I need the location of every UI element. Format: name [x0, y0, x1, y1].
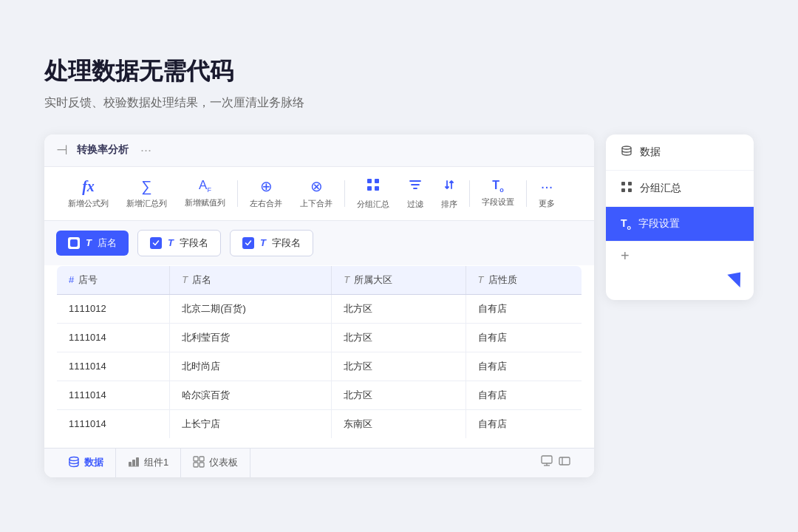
- bottom-tab-data[interactable]: 数据: [56, 449, 116, 477]
- right-panel-data[interactable]: 数据: [606, 134, 754, 171]
- svg-rect-21: [621, 188, 625, 192]
- th-store-type: T店性质: [466, 265, 582, 294]
- col-header-1[interactable]: T 店名: [56, 231, 129, 256]
- sum-label: 新增汇总列: [126, 198, 167, 209]
- right-panel-data-label: 数据: [640, 146, 661, 159]
- svg-rect-12: [200, 463, 204, 467]
- merge-tb-label: 上下合并: [300, 198, 332, 209]
- svg-point-4: [69, 457, 78, 460]
- cell-store-name: 上长宁店: [170, 409, 332, 438]
- cell-store-name: 哈尔滨百货: [170, 381, 332, 409]
- svg-rect-5: [129, 462, 132, 466]
- cursor-area: [606, 270, 754, 288]
- cell-region: 北方区: [332, 323, 466, 352]
- bottom-tab-widget1[interactable]: 组件1: [116, 449, 181, 477]
- right-panel-field-icon: To: [621, 217, 631, 231]
- svg-rect-13: [542, 456, 552, 463]
- svg-rect-2: [367, 186, 372, 191]
- formula-label: 新增公式列: [68, 198, 109, 209]
- col-header-checkbox-3[interactable]: [242, 237, 254, 249]
- merge-tb-icon: ⊗: [310, 177, 323, 195]
- svg-rect-6: [132, 460, 135, 466]
- sum-icon: ∑: [141, 178, 151, 195]
- right-panel-data-icon: [621, 145, 632, 160]
- table-body: 1111012 北京二期(百货) 北方区 自有店 1111014 北利莹百货 北…: [57, 294, 582, 438]
- extra-icon-1[interactable]: [541, 455, 553, 470]
- bottom-tab-dashboard[interactable]: 仪表板: [181, 449, 250, 477]
- toolbar-group[interactable]: 分组汇总: [348, 174, 398, 213]
- toolbar-filter[interactable]: 过滤: [398, 174, 432, 213]
- merge-lr-icon: ⊕: [260, 177, 273, 195]
- extra-icon-2[interactable]: [559, 455, 570, 470]
- cell-store-name: 北京二期(百货): [170, 294, 332, 323]
- svg-rect-7: [136, 457, 139, 466]
- dashboard-tab-icon: [193, 456, 205, 470]
- bottom-tabs: 数据 组件1 仪表板: [44, 448, 594, 477]
- svg-rect-3: [375, 186, 379, 191]
- page-container: 处理数据无需代码 实时反馈、校验数据处理结果，一次厘清业务脉络 ⊣ 转换率分析 …: [0, 0, 798, 532]
- widget1-tab-icon: [128, 456, 140, 470]
- column-headers: T 店名 T 字段名 T 字段名: [44, 221, 594, 265]
- toolbar-sort[interactable]: 排序: [432, 174, 466, 213]
- toolbar-merge-lr[interactable]: ⊕ 左右合并: [241, 174, 291, 212]
- table-row: 1111014 上长宁店 东南区 自有店: [57, 409, 582, 438]
- col-header-checkbox-2[interactable]: [150, 237, 162, 249]
- filter-label: 过滤: [407, 199, 423, 210]
- right-panel-field-settings[interactable]: To 字段设置: [606, 207, 754, 242]
- divider-3: [469, 180, 470, 207]
- toolbar-merge-tb[interactable]: ⊗ 上下合并: [291, 174, 341, 212]
- data-tab-label: 数据: [84, 456, 103, 469]
- assign-icon: AF: [199, 178, 211, 194]
- cell-store-name: 北时尚店: [170, 352, 332, 381]
- toolbar-assign[interactable]: AF 新增赋值列: [176, 175, 234, 211]
- th-store-name: T店名: [170, 265, 332, 294]
- svg-rect-0: [367, 179, 372, 183]
- cursor-pointer: [727, 273, 743, 290]
- cell-store-type: 自有店: [466, 294, 582, 323]
- dashboard-tab-label: 仪表板: [209, 456, 238, 469]
- svg-rect-20: [628, 182, 632, 185]
- assign-label: 新增赋值列: [185, 197, 225, 208]
- right-panel-group-sum[interactable]: 分组汇总: [606, 171, 754, 207]
- col-header-t-icon-3: T: [260, 237, 266, 248]
- cell-store-type: 自有店: [466, 323, 582, 352]
- tab-label[interactable]: 转换率分析: [77, 143, 129, 157]
- svg-rect-1: [375, 179, 379, 183]
- tab-collapse-icon[interactable]: ⊣: [56, 142, 68, 158]
- col-header-text-2: 字段名: [180, 236, 208, 250]
- col-header-checkbox-1[interactable]: [68, 237, 80, 249]
- right-panel: 数据 分组汇总 To 字段设置 +: [606, 134, 754, 301]
- col-header-t-icon-2: T: [168, 237, 174, 248]
- more-icon: ···: [541, 178, 553, 195]
- table-header-row: #店号 T店名 T所属大区 T店性质: [57, 265, 582, 294]
- data-table-wrapper: #店号 T店名 T所属大区 T店性质 1111012 北京二期(百货) 北方区 …: [44, 265, 594, 448]
- field-settings-label: 字段设置: [482, 197, 514, 208]
- toolbar-field-settings[interactable]: To 字段设置: [473, 176, 523, 211]
- add-icon: +: [621, 248, 630, 265]
- toolbar-sum[interactable]: ∑ 新增汇总列: [117, 175, 176, 212]
- left-panel: ⊣ 转换率分析 ··· fx 新增公式列 ∑ 新增汇总列 AF 新增赋值列: [44, 134, 594, 477]
- svg-rect-10: [200, 457, 204, 461]
- col-header-3[interactable]: T 字段名: [230, 230, 313, 256]
- toolbar-more[interactable]: ··· 更多: [530, 175, 564, 212]
- data-table: #店号 T店名 T所属大区 T店性质 1111012 北京二期(百货) 北方区 …: [56, 265, 582, 439]
- cell-store-no: 1111014: [57, 381, 170, 409]
- page-title: 处理数据无需代码: [44, 55, 754, 88]
- right-panel-add[interactable]: +: [606, 242, 754, 270]
- right-panel-field-label: 字段设置: [638, 217, 680, 231]
- table-row: 1111014 北时尚店 北方区 自有店: [57, 352, 582, 381]
- tab-more-icon[interactable]: ···: [140, 143, 151, 158]
- divider-2: [344, 180, 345, 207]
- main-content: ⊣ 转换率分析 ··· fx 新增公式列 ∑ 新增汇总列 AF 新增赋值列: [44, 134, 754, 477]
- tab-bar: ⊣ 转换率分析 ···: [44, 134, 594, 167]
- col-header-2[interactable]: T 字段名: [137, 230, 221, 256]
- toolbar-formula[interactable]: fx 新增公式列: [59, 175, 117, 212]
- cell-store-no: 1111012: [57, 294, 170, 323]
- divider-1: [237, 180, 238, 207]
- table-row: 1111014 哈尔滨百货 北方区 自有店: [57, 381, 582, 409]
- cell-store-no: 1111014: [57, 352, 170, 381]
- sort-label: 排序: [441, 199, 457, 210]
- cell-region: 北方区: [332, 352, 466, 381]
- svg-point-18: [622, 146, 631, 149]
- formula-icon: fx: [82, 178, 95, 195]
